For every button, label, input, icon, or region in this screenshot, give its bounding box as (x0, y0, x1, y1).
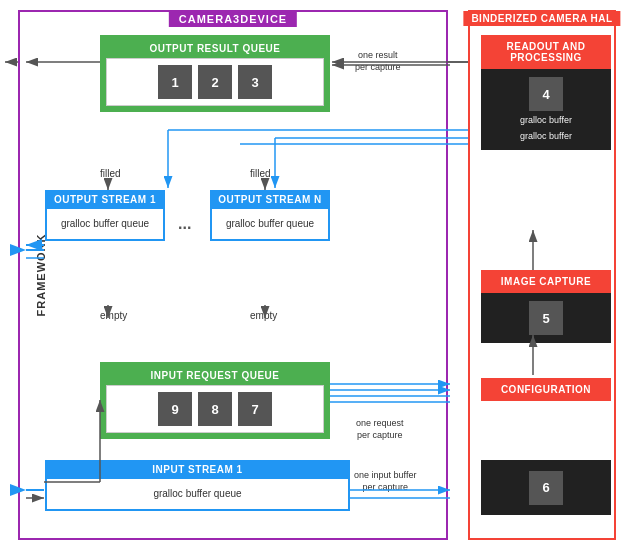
image-capture-box: IMAGE CAPTURE 5 (481, 270, 611, 343)
empty-label-1: empty (100, 310, 127, 321)
gralloc-label-2: gralloc buffer (520, 131, 572, 143)
filled-label-2: filled (250, 168, 271, 179)
input-stream-1: INPUT STREAM 1 gralloc buffer queue (45, 460, 350, 511)
input-request-queue-items: 9 8 7 (106, 385, 324, 433)
input-stream-1-text: gralloc buffer queue (55, 487, 340, 501)
output-stream-1: OUTPUT STREAM 1 gralloc buffer queue (45, 190, 165, 241)
image-capture-item-5: 5 (529, 301, 563, 335)
output-stream-1-text: gralloc buffer queue (55, 217, 155, 231)
output-stream-n-body: gralloc buffer queue (210, 209, 330, 241)
input-queue-item-8: 8 (198, 392, 232, 426)
input-queue-item-9: 9 (158, 392, 192, 426)
gralloc-label-1: gralloc buffer (520, 115, 572, 127)
configuration-title: CONFIGURATION (481, 378, 611, 401)
output-stream-n: OUTPUT STREAM N gralloc buffer queue (210, 190, 330, 241)
input-stream-1-body: gralloc buffer queue (45, 479, 350, 511)
input-queue-item-7: 7 (238, 392, 272, 426)
input-request-queue-title: INPUT REQUEST QUEUE (106, 368, 324, 385)
queue-item-1: 1 (158, 65, 192, 99)
input-request-queue: INPUT REQUEST QUEUE 9 8 7 (100, 362, 330, 439)
queue-item-3: 3 (238, 65, 272, 99)
output-stream-n-title: OUTPUT STREAM N (210, 190, 330, 209)
input-stream-1-title: INPUT STREAM 1 (45, 460, 350, 479)
binderized-hal-label: BINDERIZED CAMERA HAL (463, 11, 620, 26)
queue-item-2: 2 (198, 65, 232, 99)
dark-box-6: 6 (481, 460, 611, 515)
image-capture-title: IMAGE CAPTURE (481, 270, 611, 293)
one-result-label: one resultper capture (355, 50, 401, 73)
image-capture-body: 5 (481, 293, 611, 343)
output-stream-n-text: gralloc buffer queue (220, 217, 320, 231)
readout-processing-title: READOUT AND PROCESSING (481, 35, 611, 69)
empty-label-2: empty (250, 310, 277, 321)
output-stream-1-body: gralloc buffer queue (45, 209, 165, 241)
readout-processing-body: 4 gralloc buffer gralloc buffer (481, 69, 611, 150)
readout-processing-box: READOUT AND PROCESSING 4 gralloc buffer … (481, 35, 611, 150)
diagram: FRAMEWORK CAMERA3DEVICE BINDERIZED CAMER… (0, 0, 621, 549)
camera3device-label: CAMERA3DEVICE (169, 11, 297, 27)
one-input-label: one input bufferper capture (354, 470, 416, 493)
output-result-queue: OUTPUT RESULT QUEUE 1 2 3 (100, 35, 330, 112)
output-result-queue-title: OUTPUT RESULT QUEUE (106, 41, 324, 58)
configuration-box: CONFIGURATION (481, 378, 611, 401)
output-result-queue-items: 1 2 3 (106, 58, 324, 106)
filled-label-1: filled (100, 168, 121, 179)
output-stream-1-title: OUTPUT STREAM 1 (45, 190, 165, 209)
dots-separator: ... (178, 215, 191, 233)
one-request-label: one requestper capture (356, 418, 404, 441)
dark-item-6: 6 (529, 471, 563, 505)
readout-item-4: 4 (529, 77, 563, 111)
